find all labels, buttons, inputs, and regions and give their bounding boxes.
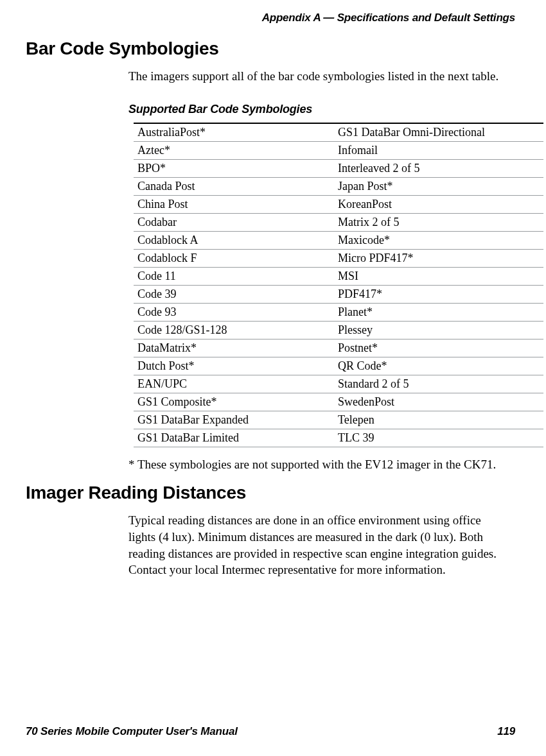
page-number: 119	[497, 725, 520, 738]
table-row: AustraliaPost* GS1 DataBar Omni-Directio…	[134, 124, 543, 142]
table-row: Aztec* Infomail	[134, 142, 543, 160]
table-cell: Infomail	[334, 142, 543, 159]
table-row: Codablock A Maxicode*	[134, 232, 543, 250]
table-row: China Post KoreanPost	[134, 196, 543, 214]
table-cell: Standard 2 of 5	[334, 375, 543, 393]
table-row: GS1 Composite* SwedenPost	[134, 393, 543, 411]
table-cell: Codablock A	[134, 232, 334, 249]
table-row: Codablock F Micro PDF417*	[134, 250, 543, 268]
symbologies-table: AustraliaPost* GS1 DataBar Omni-Directio…	[134, 123, 543, 447]
table-row: GS1 DataBar Expanded Telepen	[134, 411, 543, 429]
table-cell: China Post	[134, 196, 334, 213]
table-cell: SwedenPost	[334, 393, 543, 411]
table-cell: Maxicode*	[334, 232, 543, 249]
table-cell: Telepen	[334, 411, 543, 429]
table-cell: Aztec*	[134, 142, 334, 159]
table-cell: EAN/UPC	[134, 375, 334, 393]
table-cell: Codabar	[134, 214, 334, 231]
table-cell: Plessey	[334, 322, 543, 339]
table-cell: GS1 Composite*	[134, 393, 334, 411]
page-footer: 70 Series Mobile Computer User's Manual …	[26, 725, 520, 738]
table-row: Code 11 MSI	[134, 268, 543, 286]
table-cell: Codablock F	[134, 250, 334, 267]
table-cell: GS1 DataBar Limited	[134, 429, 334, 447]
table-cell: Postnet*	[334, 339, 543, 357]
section-heading-barcode-symbologies: Bar Code Symbologies	[26, 39, 520, 59]
table-cell: QR Code*	[334, 357, 543, 375]
table-row: EAN/UPC Standard 2 of 5	[134, 375, 543, 393]
table-cell: Micro PDF417*	[334, 250, 543, 267]
table-cell: KoreanPost	[334, 196, 543, 213]
table-title: Supported Bar Code Symbologies	[128, 103, 520, 116]
table-footnote: * These symbologies are not supported wi…	[128, 456, 501, 473]
section-heading-imager-reading-distances: Imager Reading Distances	[26, 483, 520, 503]
table-row: Code 93 Planet*	[134, 304, 543, 322]
running-header: Appendix A — Specifications and Default …	[26, 12, 515, 24]
table-cell: AustraliaPost*	[134, 124, 334, 141]
footer-manual-title: 70 Series Mobile Computer User's Manual	[26, 725, 238, 738]
table-cell: GS1 DataBar Omni-Directional	[334, 124, 543, 141]
table-row: Dutch Post* QR Code*	[134, 357, 543, 375]
table-cell: Code 39	[134, 286, 334, 303]
table-cell: Code 128/GS1-128	[134, 322, 334, 339]
table-cell: Code 11	[134, 268, 334, 285]
table-cell: MSI	[334, 268, 543, 285]
table-cell: Matrix 2 of 5	[334, 214, 543, 231]
table-cell: Interleaved 2 of 5	[334, 160, 543, 177]
table-cell: Dutch Post*	[134, 357, 334, 375]
table-row: Code 128/GS1-128 Plessey	[134, 322, 543, 339]
table-cell: BPO*	[134, 160, 334, 177]
table-cell: DataMatrix*	[134, 339, 334, 357]
section2-paragraph: Typical reading distances are done in an…	[128, 512, 501, 578]
page-content: Appendix A — Specifications and Default …	[0, 0, 546, 756]
table-cell: TLC 39	[334, 429, 543, 447]
table-cell: Planet*	[334, 304, 543, 321]
table-row: BPO* Interleaved 2 of 5	[134, 160, 543, 178]
table-cell: Code 93	[134, 304, 334, 321]
table-cell: Japan Post*	[334, 178, 543, 195]
table-cell: Canada Post	[134, 178, 334, 195]
table-row: DataMatrix* Postnet*	[134, 339, 543, 357]
table-row: GS1 DataBar Limited TLC 39	[134, 429, 543, 447]
table-row: Canada Post Japan Post*	[134, 178, 543, 196]
table-cell: GS1 DataBar Expanded	[134, 411, 334, 429]
table-cell: PDF417*	[334, 286, 543, 303]
section1-intro: The imagers support all of the bar code …	[128, 68, 515, 85]
table-row: Code 39 PDF417*	[134, 286, 543, 304]
table-row: Codabar Matrix 2 of 5	[134, 214, 543, 232]
